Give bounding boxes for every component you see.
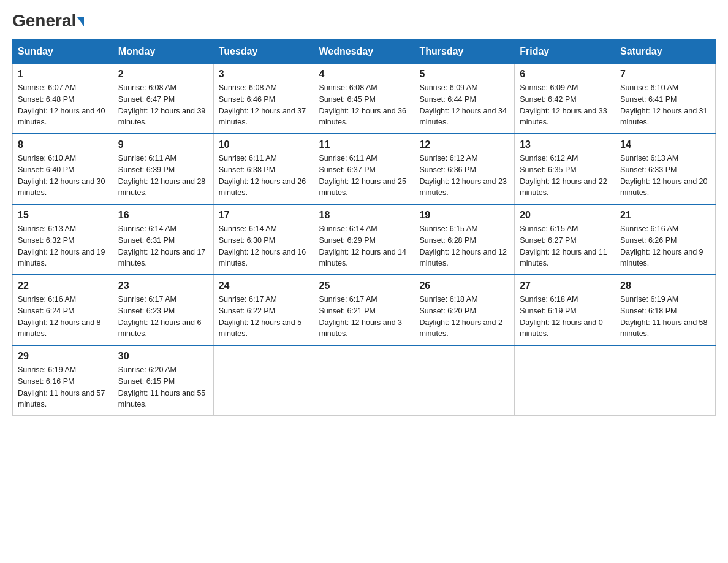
day-info: Sunrise: 6:16 AMSunset: 6:24 PMDaylight:… xyxy=(18,294,108,340)
calendar-day-cell: 29Sunrise: 6:19 AMSunset: 6:16 PMDayligh… xyxy=(13,345,113,416)
day-of-week-header: Saturday xyxy=(615,40,716,64)
calendar-day-cell: 26Sunrise: 6:18 AMSunset: 6:20 PMDayligh… xyxy=(414,275,515,345)
calendar-day-cell: 5Sunrise: 6:09 AMSunset: 6:44 PMDaylight… xyxy=(414,64,515,134)
day-number: 1 xyxy=(18,69,108,80)
calendar-day-cell: 2Sunrise: 6:08 AMSunset: 6:47 PMDaylight… xyxy=(113,64,213,134)
calendar-day-cell: 7Sunrise: 6:10 AMSunset: 6:41 PMDaylight… xyxy=(615,64,716,134)
calendar-day-cell: 1Sunrise: 6:07 AMSunset: 6:48 PMDaylight… xyxy=(13,64,113,134)
day-info: Sunrise: 6:17 AMSunset: 6:21 PMDaylight:… xyxy=(319,294,409,340)
calendar-day-cell xyxy=(314,345,414,416)
logo-line1: General xyxy=(12,12,84,29)
day-info: Sunrise: 6:13 AMSunset: 6:33 PMDaylight:… xyxy=(620,153,710,199)
day-number: 26 xyxy=(419,280,509,291)
calendar-day-cell: 8Sunrise: 6:10 AMSunset: 6:40 PMDaylight… xyxy=(13,134,113,204)
calendar-week-row: 1Sunrise: 6:07 AMSunset: 6:48 PMDaylight… xyxy=(13,64,716,134)
day-info: Sunrise: 6:19 AMSunset: 6:18 PMDaylight:… xyxy=(620,294,710,340)
day-info: Sunrise: 6:16 AMSunset: 6:26 PMDaylight:… xyxy=(620,223,710,269)
calendar-day-cell: 11Sunrise: 6:11 AMSunset: 6:37 PMDayligh… xyxy=(314,134,414,204)
day-number: 24 xyxy=(219,280,309,291)
calendar-week-row: 8Sunrise: 6:10 AMSunset: 6:40 PMDaylight… xyxy=(13,134,716,204)
day-info: Sunrise: 6:13 AMSunset: 6:32 PMDaylight:… xyxy=(18,223,108,269)
day-info: Sunrise: 6:09 AMSunset: 6:44 PMDaylight:… xyxy=(419,82,509,128)
day-number: 30 xyxy=(118,351,208,362)
calendar-week-row: 22Sunrise: 6:16 AMSunset: 6:24 PMDayligh… xyxy=(13,275,716,345)
day-number: 2 xyxy=(118,69,208,80)
calendar-day-cell xyxy=(515,345,615,416)
day-number: 15 xyxy=(18,210,108,221)
day-number: 7 xyxy=(620,69,710,80)
day-info: Sunrise: 6:12 AMSunset: 6:36 PMDaylight:… xyxy=(419,153,509,199)
calendar-day-cell: 16Sunrise: 6:14 AMSunset: 6:31 PMDayligh… xyxy=(113,204,213,275)
calendar-day-cell xyxy=(213,345,314,416)
calendar-day-cell: 30Sunrise: 6:20 AMSunset: 6:15 PMDayligh… xyxy=(113,345,213,416)
day-info: Sunrise: 6:19 AMSunset: 6:16 PMDaylight:… xyxy=(18,364,108,410)
day-number: 9 xyxy=(118,139,208,150)
calendar-week-row: 15Sunrise: 6:13 AMSunset: 6:32 PMDayligh… xyxy=(13,204,716,275)
day-number: 18 xyxy=(319,210,409,221)
day-number: 12 xyxy=(419,139,509,150)
day-number: 25 xyxy=(319,280,409,291)
day-number: 23 xyxy=(118,280,208,291)
calendar-day-cell: 4Sunrise: 6:08 AMSunset: 6:45 PMDaylight… xyxy=(314,64,414,134)
day-number: 16 xyxy=(118,210,208,221)
day-of-week-header: Wednesday xyxy=(314,40,414,64)
day-number: 29 xyxy=(18,351,108,362)
day-number: 5 xyxy=(419,69,509,80)
day-number: 14 xyxy=(620,139,710,150)
calendar-day-cell: 13Sunrise: 6:12 AMSunset: 6:35 PMDayligh… xyxy=(515,134,615,204)
calendar-day-cell: 17Sunrise: 6:14 AMSunset: 6:30 PMDayligh… xyxy=(213,204,314,275)
calendar-day-cell xyxy=(414,345,515,416)
day-number: 8 xyxy=(18,139,108,150)
calendar-day-cell: 12Sunrise: 6:12 AMSunset: 6:36 PMDayligh… xyxy=(414,134,515,204)
calendar-day-cell: 20Sunrise: 6:15 AMSunset: 6:27 PMDayligh… xyxy=(515,204,615,275)
calendar-day-cell: 3Sunrise: 6:08 AMSunset: 6:46 PMDaylight… xyxy=(213,64,314,134)
day-info: Sunrise: 6:11 AMSunset: 6:38 PMDaylight:… xyxy=(219,153,309,199)
day-info: Sunrise: 6:10 AMSunset: 6:40 PMDaylight:… xyxy=(18,153,108,199)
day-info: Sunrise: 6:17 AMSunset: 6:22 PMDaylight:… xyxy=(219,294,309,340)
calendar-day-cell: 19Sunrise: 6:15 AMSunset: 6:28 PMDayligh… xyxy=(414,204,515,275)
day-number: 4 xyxy=(319,69,409,80)
day-info: Sunrise: 6:11 AMSunset: 6:37 PMDaylight:… xyxy=(319,153,409,199)
calendar-day-cell: 27Sunrise: 6:18 AMSunset: 6:19 PMDayligh… xyxy=(515,275,615,345)
calendar-day-cell: 21Sunrise: 6:16 AMSunset: 6:26 PMDayligh… xyxy=(615,204,716,275)
day-info: Sunrise: 6:08 AMSunset: 6:46 PMDaylight:… xyxy=(219,82,309,128)
calendar-day-cell: 23Sunrise: 6:17 AMSunset: 6:23 PMDayligh… xyxy=(113,275,213,345)
day-number: 22 xyxy=(18,280,108,291)
calendar-day-cell: 18Sunrise: 6:14 AMSunset: 6:29 PMDayligh… xyxy=(314,204,414,275)
calendar-day-cell: 14Sunrise: 6:13 AMSunset: 6:33 PMDayligh… xyxy=(615,134,716,204)
day-number: 27 xyxy=(520,280,610,291)
day-info: Sunrise: 6:11 AMSunset: 6:39 PMDaylight:… xyxy=(118,153,208,199)
calendar-day-cell: 22Sunrise: 6:16 AMSunset: 6:24 PMDayligh… xyxy=(13,275,113,345)
day-info: Sunrise: 6:20 AMSunset: 6:15 PMDaylight:… xyxy=(118,364,208,410)
calendar-day-cell: 10Sunrise: 6:11 AMSunset: 6:38 PMDayligh… xyxy=(213,134,314,204)
day-number: 21 xyxy=(620,210,710,221)
day-info: Sunrise: 6:18 AMSunset: 6:19 PMDaylight:… xyxy=(520,294,610,340)
day-number: 10 xyxy=(219,139,309,150)
day-info: Sunrise: 6:07 AMSunset: 6:48 PMDaylight:… xyxy=(18,82,108,128)
day-info: Sunrise: 6:12 AMSunset: 6:35 PMDaylight:… xyxy=(520,153,610,199)
calendar-header-row: SundayMondayTuesdayWednesdayThursdayFrid… xyxy=(13,40,716,64)
logo: General xyxy=(12,12,84,27)
day-number: 6 xyxy=(520,69,610,80)
calendar-day-cell: 9Sunrise: 6:11 AMSunset: 6:39 PMDaylight… xyxy=(113,134,213,204)
day-of-week-header: Sunday xyxy=(13,40,113,64)
calendar-day-cell: 28Sunrise: 6:19 AMSunset: 6:18 PMDayligh… xyxy=(615,275,716,345)
day-number: 20 xyxy=(520,210,610,221)
calendar-week-row: 29Sunrise: 6:19 AMSunset: 6:16 PMDayligh… xyxy=(13,345,716,416)
day-info: Sunrise: 6:14 AMSunset: 6:29 PMDaylight:… xyxy=(319,223,409,269)
calendar-day-cell xyxy=(615,345,716,416)
day-info: Sunrise: 6:10 AMSunset: 6:41 PMDaylight:… xyxy=(620,82,710,128)
calendar-table: SundayMondayTuesdayWednesdayThursdayFrid… xyxy=(12,39,716,416)
day-info: Sunrise: 6:18 AMSunset: 6:20 PMDaylight:… xyxy=(419,294,509,340)
calendar-day-cell: 25Sunrise: 6:17 AMSunset: 6:21 PMDayligh… xyxy=(314,275,414,345)
day-info: Sunrise: 6:08 AMSunset: 6:45 PMDaylight:… xyxy=(319,82,409,128)
calendar-day-cell: 24Sunrise: 6:17 AMSunset: 6:22 PMDayligh… xyxy=(213,275,314,345)
day-info: Sunrise: 6:14 AMSunset: 6:31 PMDaylight:… xyxy=(118,223,208,269)
day-info: Sunrise: 6:14 AMSunset: 6:30 PMDaylight:… xyxy=(219,223,309,269)
calendar-day-cell: 6Sunrise: 6:09 AMSunset: 6:42 PMDaylight… xyxy=(515,64,615,134)
day-number: 3 xyxy=(219,69,309,80)
day-info: Sunrise: 6:09 AMSunset: 6:42 PMDaylight:… xyxy=(520,82,610,128)
day-info: Sunrise: 6:17 AMSunset: 6:23 PMDaylight:… xyxy=(118,294,208,340)
day-number: 17 xyxy=(219,210,309,221)
day-info: Sunrise: 6:08 AMSunset: 6:47 PMDaylight:… xyxy=(118,82,208,128)
